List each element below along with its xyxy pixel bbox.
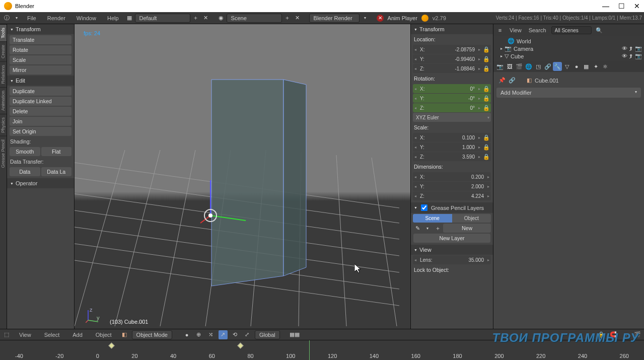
delete-layout-button[interactable]: ✕ [201,14,210,23]
view-header[interactable]: View [411,245,493,255]
loc-x-field[interactable]: ◂X:-2.08759▸🔒 [413,45,491,54]
scene-tab-icon[interactable]: 🎬 [515,62,524,71]
transform-header[interactable]: Transform [411,24,493,34]
gp-checkbox[interactable] [421,204,427,211]
scale-gizmo-icon[interactable]: ⤢ [243,330,252,339]
translate-button[interactable]: Translate [10,35,71,44]
menu-render[interactable]: Render [42,14,70,23]
pencil-icon[interactable]: ✎ [413,224,422,233]
delete-scene-button[interactable]: ✕ [293,14,302,23]
operator-panel-header[interactable]: Operator [7,178,74,188]
layers-widget-icon[interactable]: ▦▦ [290,330,299,339]
3d-viewport[interactable]: fps: 24 [75,24,410,329]
data-layout-button[interactable]: Data La [41,167,72,176]
layout-selector[interactable]: Default [135,14,190,23]
loc-y-field[interactable]: ◂Y:-0.99460▸🔒 [413,54,491,63]
minimize-button[interactable]: — [602,2,609,10]
editor-type-chevron-icon[interactable]: ▾ [12,14,21,23]
menu-window[interactable]: Window [71,14,101,23]
scale-y-field[interactable]: ◂Y:1.000▸🔒 [413,142,491,152]
outliner-search[interactable]: Search [527,26,548,34]
outliner[interactable]: 🌐World ▸📷Camera 👁⮭📷 ▸▽Cube 👁⮭📷 [493,36,644,61]
outliner-cube[interactable]: ▸▽Cube 👁⮭📷 [493,52,644,60]
tab-create[interactable]: Create [0,41,7,61]
grease-pencil-header[interactable]: Grease Pencil Layers [411,202,493,213]
dim-y-field[interactable]: ◂Y:2.000▸ [413,182,491,191]
set-origin-button[interactable]: Set Origin [10,127,71,136]
outliner-world[interactable]: 🌐World [493,37,644,45]
render-engine[interactable]: Blender Render [309,14,360,23]
manipulator-toggle-icon[interactable]: ⤭ [206,330,216,339]
anim-player-stop-button[interactable]: ✕ [377,15,384,22]
texture-tab-icon[interactable]: ▦ [582,62,591,71]
outliner-camera[interactable]: ▸📷Camera 👁⮭📷 [493,45,644,52]
render-tab-icon[interactable]: 📷 [495,62,505,71]
tab-grease-pencil[interactable]: Grease Pencil [0,136,7,171]
scene-icon[interactable]: ◉ [217,14,226,23]
rot-mode-select[interactable]: XYZ Euler▾ [413,113,491,122]
world-tab-icon[interactable]: 🌐 [524,62,533,71]
translate-gizmo-icon[interactable]: ↗ [219,330,228,339]
scale-button[interactable]: Scale [10,55,71,64]
view3d-type-icon[interactable]: ⬚ [2,330,11,339]
rotate-gizmo-icon[interactable]: ⟲ [231,330,240,339]
flat-button[interactable]: Flat [41,147,72,156]
render-icon[interactable]: 📷 [635,53,642,59]
eye-icon[interactable]: 👁 [622,53,627,59]
close-button[interactable]: ✕ [634,2,640,10]
engine-chevron-icon[interactable]: ▾ [361,14,370,23]
gp-scene-tab[interactable]: Scene [413,214,452,223]
new-layer-button[interactable]: New Layer [413,234,490,243]
pivot-icon[interactable]: ⊕ [194,330,203,339]
new-gp-button[interactable]: New [443,224,491,233]
data-tab-icon[interactable]: ▽ [562,62,571,71]
gp-object-tab[interactable]: Object [452,214,491,223]
dim-x-field[interactable]: ◂X:0.200▸ [413,172,491,181]
add-scene-button[interactable]: ＋ [283,14,292,23]
join-button[interactable]: Join [10,117,71,126]
rot-y-field[interactable]: ◂Y:-0°▸🔒 [413,94,491,103]
rot-x-field[interactable]: ◂X:0°▸🔒 [413,84,491,93]
cursor-icon[interactable]: ⮭ [628,53,634,59]
menu-file[interactable]: File [22,14,41,23]
orientation-selector[interactable]: Global [255,330,280,339]
mirror-button[interactable]: Mirror [10,65,71,75]
transform-panel-header[interactable]: Transform [7,24,74,34]
view3d-view[interactable]: View [14,330,36,339]
tab-tools[interactable]: Tools [0,24,7,41]
add-modifier-button[interactable]: Add Modifier ▾ [496,88,641,98]
delete-button[interactable]: Delete [10,107,71,116]
mode-selector[interactable]: Object Mode [132,330,172,339]
smooth-button[interactable]: Smooth [10,147,40,156]
maximize-button[interactable]: ☐ [618,2,625,10]
tab-animation[interactable]: Animation [0,87,7,114]
modifiers-tab-icon[interactable]: 🔧 [553,62,562,71]
outliner-type-icon[interactable]: ≡ [495,26,505,35]
tab-physics[interactable]: Physics [0,114,7,136]
cursor-icon[interactable]: ⮭ [628,45,634,52]
tab-relations[interactable]: Relations [0,61,7,87]
view3d-add[interactable]: Add [67,330,88,339]
pin-icon[interactable]: 📌 [498,77,506,84]
physics-tab-icon[interactable]: ⚛ [601,62,610,71]
duplicate-button[interactable]: Duplicate [10,87,71,96]
search-icon[interactable]: 🔍 [595,26,604,35]
edit-panel-header[interactable]: Edit [7,76,74,86]
constraints-tab-icon[interactable]: 🔗 [543,62,552,71]
screen-layout-icon[interactable]: ▦ [125,14,134,23]
outliner-view[interactable]: View [508,26,524,34]
rotate-button[interactable]: Rotate [10,45,71,54]
loc-z-field[interactable]: ◂Z:-1.08846▸🔒 [413,64,491,73]
outliner-filter[interactable] [551,26,592,34]
render-layers-tab-icon[interactable]: 🖼 [505,62,514,71]
eye-icon[interactable]: 👁 [622,45,627,52]
view3d-select[interactable]: Select [39,330,65,339]
view3d-object[interactable]: Object [91,330,117,339]
scene-selector[interactable]: Scene [227,14,282,23]
lens-field[interactable]: ◂Lens:35.000▸ [413,255,491,264]
add-layout-button[interactable]: ＋ [191,14,200,23]
dim-z-field[interactable]: ◂Z:4.224▸ [413,191,491,200]
shading-sphere-icon[interactable]: ● [182,330,191,339]
data-button[interactable]: Data [10,167,40,176]
render-icon[interactable]: 📷 [635,45,642,52]
